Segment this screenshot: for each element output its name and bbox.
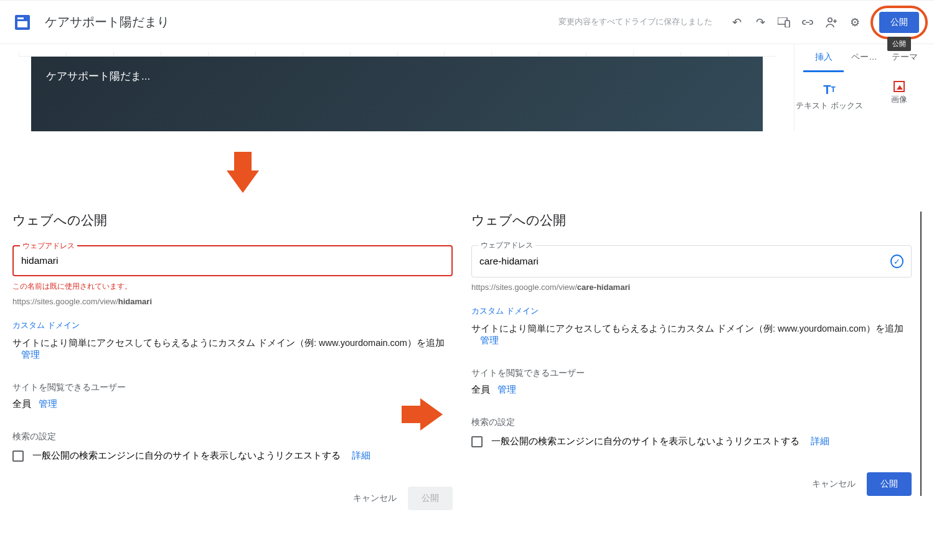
redo-icon[interactable]: ↷ (748, 11, 772, 34)
publish-submit-disabled: 公開 (408, 487, 453, 510)
valid-check-icon: ✓ (890, 254, 903, 268)
custom-domain-body: サイトにより簡単にアクセスしてもらえるようにカスタム ドメイン（例: www.y… (471, 323, 912, 347)
custom-domain-label: カスタム ドメイン (12, 320, 453, 331)
search-details-link[interactable]: 詳細 (352, 450, 370, 462)
sites-logo-icon (15, 15, 30, 30)
publish-dialog-valid: ウェブへの公開 ウェブアドレス ✓ https://sites.google.c… (471, 212, 922, 496)
manage-viewers-link[interactable]: 管理 (39, 399, 57, 409)
svg-point-2 (828, 17, 832, 21)
web-address-input[interactable] (21, 255, 444, 266)
gear-icon[interactable]: ⚙ (843, 11, 867, 34)
right-panel: 挿入 ペー… テーマ TT テキスト ボックス 画像 (794, 44, 934, 131)
ruler (19, 44, 775, 57)
viewers-label: サイトを閲覧できるユーザー (12, 382, 453, 393)
search-settings-label: 検索の設定 (12, 431, 453, 442)
textbox-icon: TT (795, 81, 864, 98)
field-error: この名前は既に使用されています。 (12, 281, 453, 292)
tab-insert[interactable]: 挿入 (803, 44, 844, 72)
annotation-arrow-right (420, 398, 443, 431)
web-address-field[interactable]: ウェブアドレス (12, 245, 453, 276)
share-person-icon[interactable] (819, 11, 843, 34)
search-details-link[interactable]: 詳細 (811, 436, 829, 447)
publish-submit-button[interactable]: 公開 (867, 472, 912, 496)
cancel-button[interactable]: キャンセル (353, 493, 397, 504)
dialog-title: ウェブへの公開 (471, 212, 912, 229)
preview-devices-icon[interactable] (772, 11, 796, 34)
save-status: 変更内容をすべてドライブに保存しました (559, 17, 712, 27)
search-noindex-label: 一般公開の検索エンジンに自分のサイトを表示しないようリクエストする (32, 450, 341, 462)
search-settings-label: 検索の設定 (471, 417, 912, 428)
hero-banner[interactable]: ケアサポート陽だま... (31, 57, 763, 131)
web-address-input[interactable] (479, 256, 890, 267)
manage-domain-link[interactable]: 管理 (480, 335, 499, 345)
widget-textbox[interactable]: TT テキスト ボックス (795, 81, 864, 111)
publish-tooltip: 公開 (887, 37, 911, 51)
widget-image-label: 画像 (891, 95, 907, 104)
preview-url: https://sites.google.com/view/care-hidam… (471, 282, 912, 292)
publish-dialog-error: ウェブへの公開 ウェブアドレス この名前は既に使用されています。 https:/… (12, 212, 453, 510)
preview-url: https://sites.google.com/view/hidamari (12, 297, 453, 306)
viewers-value: 全員 (12, 399, 31, 409)
search-noindex-label: 一般公開の検索エンジンに自分のサイトを表示しないようリクエストする (491, 436, 800, 447)
search-noindex-checkbox[interactable] (471, 436, 483, 447)
svg-rect-1 (785, 21, 790, 27)
undo-icon[interactable]: ↶ (725, 11, 748, 34)
annotation-highlight (870, 6, 928, 39)
manage-domain-link[interactable]: 管理 (21, 350, 40, 360)
search-noindex-checkbox[interactable] (12, 450, 24, 462)
manage-viewers-link[interactable]: 管理 (498, 385, 516, 394)
custom-domain-body: サイトにより簡単にアクセスしてもらえるようにカスタム ドメイン（例: www.y… (12, 337, 453, 361)
field-legend: ウェブアドレス (478, 240, 535, 251)
editor-strip: ケアサポート陽だま... 挿入 ペー… テーマ TT テキスト ボックス 画像 (0, 44, 934, 131)
field-legend: ウェブアドレス (20, 241, 77, 251)
image-icon (894, 81, 905, 92)
hero-title: ケアサポート陽だま... (46, 70, 150, 82)
dialog-title: ウェブへの公開 (12, 212, 453, 229)
publish-button-wrap: 公開 公開 (879, 12, 919, 33)
custom-domain-label: カスタム ドメイン (471, 306, 912, 317)
viewers-label: サイトを閲覧できるユーザー (471, 368, 912, 379)
link-icon[interactable] (796, 11, 819, 34)
widget-image[interactable]: 画像 (864, 81, 934, 111)
app-bar: ケアサポート陽だまり 変更内容をすべてドライブに保存しました ↶ ↷ ⚙ 公開 … (0, 0, 934, 44)
widget-textbox-label: テキスト ボックス (796, 101, 862, 110)
site-name[interactable]: ケアサポート陽だまり (45, 14, 169, 30)
web-address-field[interactable]: ウェブアドレス ✓ (471, 245, 912, 278)
tab-pages[interactable]: ペー… (844, 44, 884, 72)
viewers-value: 全員 (471, 385, 490, 394)
annotation-arrow-down (0, 131, 934, 199)
canvas[interactable]: ケアサポート陽だま... (0, 44, 794, 131)
cancel-button[interactable]: キャンセル (812, 478, 856, 490)
